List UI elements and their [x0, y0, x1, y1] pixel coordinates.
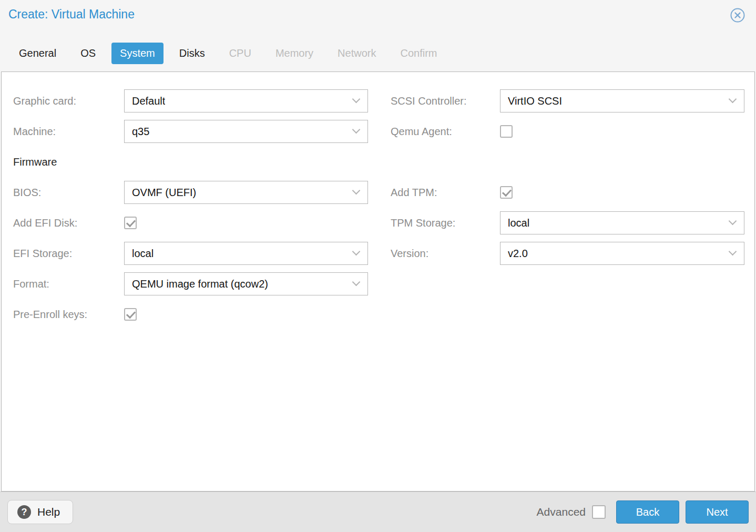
tab-memory[interactable]: Memory: [267, 43, 322, 64]
form-row-qemu-agent: Qemu Agent:: [391, 116, 744, 147]
chevron-down-icon: [730, 96, 735, 102]
scsi-controller-label: SCSI Controller:: [391, 95, 500, 107]
chevron-down-icon: [730, 249, 735, 254]
dialog-title: Create: Virtual Machine: [8, 7, 135, 21]
help-button[interactable]: ? Help: [7, 500, 73, 524]
form-row-tpm-storage: TPM Storage: local: [391, 208, 744, 238]
form-row-scsi-controller: SCSI Controller: VirtIO SCSI: [391, 86, 744, 116]
form-panel: Graphic card: Default Machine: q35 Firmw…: [1, 71, 755, 492]
add-tpm-label: Add TPM:: [391, 187, 500, 199]
dialog-header: Create: Virtual Machine: [0, 0, 756, 23]
add-tpm-checkbox[interactable]: [500, 186, 513, 199]
tab-disks[interactable]: Disks: [171, 43, 213, 64]
tab-general[interactable]: General: [11, 43, 65, 64]
scsi-controller-select[interactable]: VirtIO SCSI: [500, 89, 744, 112]
tab-confirm[interactable]: Confirm: [392, 43, 445, 64]
advanced-label: Advanced: [537, 506, 586, 518]
chevron-down-icon: [353, 188, 359, 193]
machine-label: Machine:: [13, 126, 124, 138]
add-efi-disk-checkbox[interactable]: [124, 217, 137, 229]
footer-actions: Advanced Back Next: [537, 500, 749, 524]
form-row-efi-storage: EFI Storage: local: [13, 238, 368, 269]
chevron-down-icon: [353, 279, 359, 285]
version-select[interactable]: v2.0: [500, 242, 744, 265]
efi-storage-select[interactable]: local: [124, 242, 368, 265]
footer: ? Help Advanced Back Next: [0, 492, 756, 532]
form-row-pre-enroll-keys: Pre-Enroll keys:: [13, 299, 368, 330]
tab-system[interactable]: System: [111, 43, 164, 64]
tab-bar: General OS System Disks CPU Memory Netwo…: [0, 42, 756, 64]
chevron-down-icon: [353, 249, 359, 254]
scsi-controller-value: VirtIO SCSI: [508, 95, 562, 107]
form-row-add-efi-disk: Add EFI Disk:: [13, 208, 368, 238]
form-row-graphic-card: Graphic card: Default: [13, 86, 368, 116]
form-row-add-tpm: Add TPM:: [391, 177, 744, 208]
form-column-right: SCSI Controller: VirtIO SCSI Qemu Agent:…: [391, 86, 744, 269]
efi-storage-label: EFI Storage:: [13, 248, 124, 260]
pre-enroll-keys-label: Pre-Enroll keys:: [13, 309, 124, 321]
tpm-storage-label: TPM Storage:: [391, 217, 500, 229]
qemu-agent-label: Qemu Agent:: [391, 126, 500, 138]
efi-storage-value: local: [132, 248, 154, 260]
advanced-checkbox[interactable]: [592, 505, 606, 519]
version-value: v2.0: [508, 248, 528, 260]
form-row-format: Format: QEMU image format (qcow2): [13, 269, 368, 299]
format-value: QEMU image format (qcow2): [132, 278, 268, 290]
form-row-version: Version: v2.0: [391, 238, 744, 269]
graphic-card-value: Default: [132, 95, 165, 107]
tab-os[interactable]: OS: [72, 43, 104, 64]
graphic-card-label: Graphic card:: [13, 95, 124, 107]
form-column-left: Graphic card: Default Machine: q35 Firmw…: [13, 86, 368, 330]
format-label: Format:: [13, 278, 124, 290]
help-label: Help: [37, 506, 60, 518]
form-row-machine: Machine: q35: [13, 116, 368, 147]
tab-network[interactable]: Network: [329, 43, 384, 64]
add-efi-disk-label: Add EFI Disk:: [13, 217, 124, 229]
close-icon[interactable]: [730, 7, 745, 23]
chevron-down-icon: [353, 96, 359, 102]
spacer-row: [391, 147, 744, 177]
firmware-section-row: Firmware: [13, 147, 368, 177]
tpm-storage-select[interactable]: local: [500, 211, 744, 234]
chevron-down-icon: [730, 218, 735, 224]
graphic-card-select[interactable]: Default: [124, 89, 368, 112]
bios-label: BIOS:: [13, 187, 124, 199]
tpm-storage-value: local: [508, 217, 529, 229]
qemu-agent-checkbox[interactable]: [500, 125, 513, 138]
firmware-section-heading: Firmware: [13, 156, 57, 168]
machine-value: q35: [132, 126, 149, 138]
chevron-down-icon: [353, 127, 359, 132]
back-button[interactable]: Back: [616, 500, 679, 524]
tab-cpu[interactable]: CPU: [221, 43, 260, 64]
version-label: Version:: [391, 248, 500, 260]
help-icon: ?: [17, 505, 31, 519]
bios-select[interactable]: OVMF (UEFI): [124, 181, 368, 204]
next-button[interactable]: Next: [686, 500, 749, 524]
pre-enroll-keys-checkbox[interactable]: [124, 308, 137, 321]
machine-select[interactable]: q35: [124, 120, 368, 143]
bios-value: OVMF (UEFI): [132, 187, 196, 199]
format-select[interactable]: QEMU image format (qcow2): [124, 272, 368, 295]
form-row-bios: BIOS: OVMF (UEFI): [13, 177, 368, 208]
